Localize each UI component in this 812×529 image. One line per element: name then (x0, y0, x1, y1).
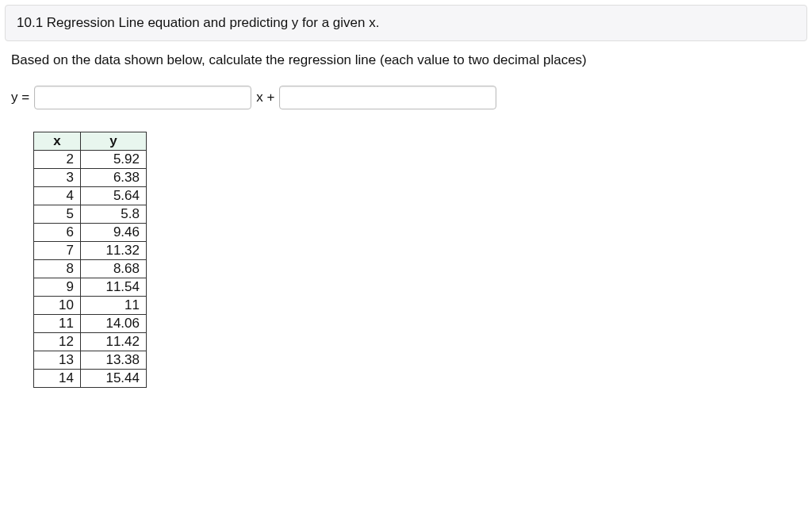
table-row: 1415.44 (34, 370, 147, 388)
cell-y: 8.68 (81, 260, 147, 278)
y-equals-label: y = (11, 90, 29, 105)
table-body: 25.9236.3845.6455.869.46711.3288.68911.5… (34, 151, 147, 388)
table-row: 911.54 (34, 278, 147, 297)
cell-x: 14 (34, 370, 81, 388)
cell-y: 5.8 (81, 205, 147, 224)
cell-x: 6 (34, 224, 81, 242)
cell-x: 3 (34, 169, 81, 187)
cell-y: 14.06 (81, 315, 147, 333)
question-title: 10.1 Regression Line equation and predic… (17, 15, 379, 30)
table-row: 55.8 (34, 205, 147, 224)
instruction-text: Based on the data shown below, calculate… (11, 52, 801, 68)
cell-y: 5.64 (81, 187, 147, 205)
col-header-x: x (34, 132, 81, 151)
cell-x: 13 (34, 351, 81, 370)
question-header: 10.1 Regression Line equation and predic… (5, 5, 807, 41)
cell-y: 11 (81, 297, 147, 315)
cell-x: 10 (34, 297, 81, 315)
cell-x: 8 (34, 260, 81, 278)
cell-x: 7 (34, 242, 81, 260)
cell-x: 9 (34, 278, 81, 297)
cell-y: 11.54 (81, 278, 147, 297)
table-row: 45.64 (34, 187, 147, 205)
slope-input[interactable] (34, 86, 251, 109)
x-plus-label: x + (256, 90, 274, 105)
table-row: 1313.38 (34, 351, 147, 370)
cell-y: 15.44 (81, 370, 147, 388)
cell-x: 5 (34, 205, 81, 224)
intercept-input[interactable] (279, 86, 496, 109)
table-row: 25.92 (34, 151, 147, 169)
equation-row: y = x + (11, 86, 801, 109)
table-row: 1011 (34, 297, 147, 315)
question-body: Based on the data shown below, calculate… (0, 52, 812, 388)
table-header-row: x y (34, 132, 147, 151)
cell-y: 6.38 (81, 169, 147, 187)
table-row: 69.46 (34, 224, 147, 242)
cell-y: 9.46 (81, 224, 147, 242)
table-row: 88.68 (34, 260, 147, 278)
data-table: x y 25.9236.3845.6455.869.46711.3288.689… (33, 132, 147, 388)
cell-x: 2 (34, 151, 81, 169)
cell-x: 11 (34, 315, 81, 333)
cell-y: 5.92 (81, 151, 147, 169)
table-row: 36.38 (34, 169, 147, 187)
cell-y: 11.32 (81, 242, 147, 260)
col-header-y: y (81, 132, 147, 151)
table-row: 1114.06 (34, 315, 147, 333)
table-row: 711.32 (34, 242, 147, 260)
cell-x: 4 (34, 187, 81, 205)
cell-y: 11.42 (81, 333, 147, 351)
cell-y: 13.38 (81, 351, 147, 370)
table-row: 1211.42 (34, 333, 147, 351)
cell-x: 12 (34, 333, 81, 351)
